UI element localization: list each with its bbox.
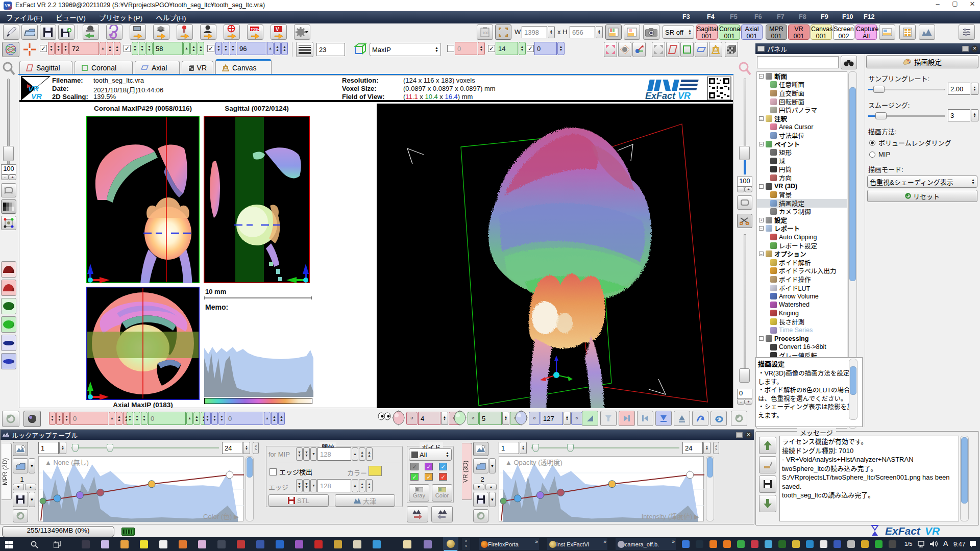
taskbar-app-icon-12[interactable] xyxy=(314,540,323,548)
lut-vr-expand[interactable]: <> xyxy=(713,442,719,454)
smoothing-stepper[interactable]: ▲▼ xyxy=(971,109,978,121)
tree-item-任意断面[interactable]: 任意断面 xyxy=(757,81,847,89)
tree-expander[interactable]: – xyxy=(759,142,764,146)
layout-page-button[interactable] xyxy=(605,24,622,40)
zoom-value[interactable]: 100 xyxy=(1,164,16,174)
flat-ellipse-dark-blue-button[interactable] xyxy=(1,335,16,351)
tray-icon-12[interactable] xyxy=(847,540,855,548)
nav-stop-button[interactable] xyxy=(600,411,617,426)
layout-page2-button[interactable] xyxy=(624,24,640,40)
taskbar-pinned-icon-0[interactable] xyxy=(403,540,411,548)
export-user-icon[interactable] xyxy=(200,24,216,40)
clipboard-icon[interactable]: 100 xyxy=(477,24,493,40)
axial-slice-checkbox[interactable]: ✓ xyxy=(207,45,214,52)
slab-thickness-input[interactable]: 23 xyxy=(316,43,345,56)
preset-button-axial[interactable]: Axial001 xyxy=(741,24,763,40)
ellipse-dark-green-button[interactable] xyxy=(1,298,16,314)
tree-item-背景[interactable]: 背景 xyxy=(757,190,847,199)
taskbar-app-icon-1[interactable] xyxy=(101,540,109,548)
red-channel-value[interactable]: 0 xyxy=(455,42,477,55)
clip-slider-handle[interactable] xyxy=(739,368,750,383)
smoothing-value[interactable]: 3 xyxy=(948,109,970,121)
sphere-mode-button[interactable] xyxy=(23,411,41,427)
tab-vr[interactable]: VR xyxy=(182,61,213,74)
export-report-icon[interactable]: V xyxy=(271,24,287,40)
green-channel-checkbox[interactable]: ✓ xyxy=(488,45,495,52)
tree-item-ボイド解析[interactable]: ボイド解析 xyxy=(757,258,847,267)
minimize-button[interactable]: – xyxy=(930,0,945,11)
edge-threshold[interactable]: ▼▼▼▼▼128▲▲▲▲▲ xyxy=(296,479,373,492)
axial-slice-down[interactable]: ▼▼ xyxy=(215,42,222,55)
void-color-checkbox-5[interactable]: ✓ xyxy=(439,473,447,481)
rotate-y-sphere[interactable] xyxy=(453,410,467,425)
pan-green-group[interactable]: ▼▼▼▼▼▼0▲▲▲▲▲ xyxy=(127,412,207,425)
axial-slice-up2[interactable]: ▲▲ xyxy=(281,42,288,55)
preset-button-capture[interactable]: CaptureAll xyxy=(855,24,877,40)
nav-up-button[interactable] xyxy=(674,411,690,426)
tray-icon-8[interactable] xyxy=(792,540,800,548)
tree-item-Arrow Volume[interactable]: Arrow Volume xyxy=(757,292,847,300)
canvas-height-input[interactable]: 656 xyxy=(570,26,595,38)
nav-next-button[interactable] xyxy=(619,411,635,426)
axial-slice-down[interactable]: ▼▼ xyxy=(223,42,229,55)
sagittal-slice-up[interactable]: ▲ xyxy=(100,42,106,55)
lut-vr-save-button[interactable]: ▼ xyxy=(473,492,496,507)
rotate-z-rotate-group[interactable]: ↺127▲▼↻ xyxy=(529,412,582,425)
axial-slice-value[interactable]: 96 xyxy=(237,42,266,55)
mip-threshold[interactable]: ▼▼▼▼▼128▲▲▲▲▲ xyxy=(296,447,373,461)
edit-icon[interactable] xyxy=(3,24,19,40)
open-file-button[interactable] xyxy=(21,24,38,40)
blue-channel-value[interactable]: 0 xyxy=(534,42,557,55)
zoom-3d-slider-handle[interactable] xyxy=(739,146,750,160)
tree-item-レポート設定[interactable]: レポート設定 xyxy=(757,241,847,250)
nav-loop-button[interactable] xyxy=(710,411,727,426)
smoothing-slider[interactable] xyxy=(868,112,945,119)
tree-expander[interactable]: – xyxy=(759,184,764,189)
reset-bottom-button[interactable] xyxy=(2,411,19,427)
flat-ellipse-blue-button[interactable] xyxy=(1,353,16,369)
tray-icon-0[interactable] xyxy=(682,540,690,548)
lut-mpr-save-button[interactable]: ▼ xyxy=(13,492,35,507)
rotate-x-rotate-group[interactable]: ↺4▲▼↻ xyxy=(406,412,460,425)
message-clear-button[interactable] xyxy=(759,456,776,473)
void-color-checkbox-4[interactable]: ✓ xyxy=(425,473,433,481)
tray-icon-9[interactable] xyxy=(806,540,814,548)
tab-axial[interactable]: Axial xyxy=(135,61,180,74)
rotate-y-rotate-group[interactable]: ↺5▲▼↻ xyxy=(468,412,521,425)
nav-curve-button[interactable] xyxy=(692,411,708,426)
reset-button[interactable]: リセット xyxy=(867,190,977,202)
fit-view-button[interactable] xyxy=(495,24,511,40)
void-color-checkbox-0[interactable]: ✓ xyxy=(410,463,419,470)
sagittal-slice-down[interactable]: ▼▼ xyxy=(48,42,55,55)
half-sphere-dark-red-button[interactable] xyxy=(1,261,16,278)
coronal-slice-up[interactable]: ▲ xyxy=(183,42,190,55)
taskbar-app-icon-4[interactable] xyxy=(159,540,167,548)
sagittal-slice-checkbox[interactable]: ✓ xyxy=(40,45,47,52)
canvas-width-input[interactable]: 1398 xyxy=(522,26,547,38)
preset-button-canvas[interactable]: Canvas001 xyxy=(811,24,832,40)
zoom-minus-plus[interactable]: -+ xyxy=(1,174,16,180)
tree-expander[interactable]: – xyxy=(759,74,764,79)
axial-viewport[interactable] xyxy=(86,287,200,400)
tree-item-回転断面[interactable]: 回転断面 xyxy=(757,97,847,106)
zoom-3d-magnifier-icon[interactable] xyxy=(737,60,752,77)
export-volume-icon[interactable] xyxy=(130,24,146,40)
tray-icon-3[interactable] xyxy=(723,540,731,548)
preset-button-mpr[interactable]: MPR001 xyxy=(766,24,787,40)
panel-titlebar[interactable]: パネル ✕ xyxy=(755,43,980,54)
coronal-slice-down[interactable]: ▼▼ xyxy=(146,42,153,55)
slab-icon[interactable] xyxy=(296,42,313,57)
projection-mode-dropdown[interactable]: MaxIP▲▼ xyxy=(370,43,441,56)
lut-mpr-open-button[interactable]: ▼ xyxy=(13,458,35,473)
coronal-slice-up2[interactable]: ▲▲ xyxy=(198,42,204,55)
nav-play-button[interactable] xyxy=(582,411,598,426)
export-stack-icon[interactable] xyxy=(153,24,169,40)
tree-item-設定[interactable]: +設定 xyxy=(757,216,847,224)
width-stepper[interactable]: ▲▼ xyxy=(548,26,555,38)
blue-channel-stepper[interactable]: ▲▼ xyxy=(557,42,565,55)
tree-item-Watershed[interactable]: Watershed xyxy=(757,300,847,309)
tray-icon-7[interactable] xyxy=(778,540,786,548)
taskbar-overflow[interactable]: ∧∨ xyxy=(462,538,470,550)
lut-mpr-count-stepper[interactable]: ▼▲ xyxy=(13,484,36,490)
lut-vr-range-slider[interactable] xyxy=(531,444,679,452)
